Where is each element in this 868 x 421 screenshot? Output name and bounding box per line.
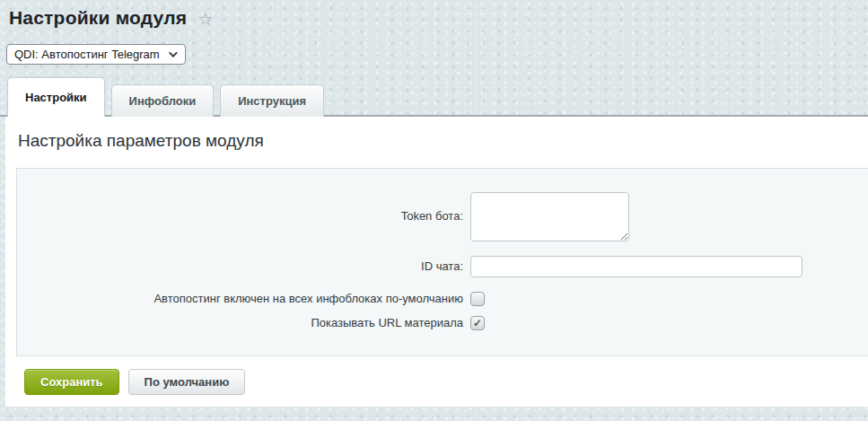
autoposting-label: Автопостинг включен на всех инфоблоках п… (17, 292, 463, 306)
default-button[interactable]: По умолчанию (128, 369, 246, 395)
section-heading: Настройка параметров модуля (5, 117, 868, 151)
form-row-autoposting: Автопостинг включен на всех инфоблоках п… (17, 292, 868, 306)
show-url-checkbox[interactable]: ✓ (470, 316, 485, 330)
chat-id-label: ID чата: (17, 259, 463, 274)
autoposting-checkbox[interactable]: ✓ (470, 292, 485, 306)
token-textarea[interactable] (470, 192, 629, 241)
page-header: Настройки модуля ☆ QDI: Автопостинг Tele… (0, 0, 868, 65)
form-row-token: Token бота: (17, 192, 868, 241)
module-select[interactable]: QDI: Автопостинг Telegram (6, 44, 186, 65)
module-select-value: QDI: Автопостинг Telegram (14, 48, 169, 61)
page-title-row: Настройки модуля ☆ (9, 7, 868, 29)
tab-settings[interactable]: Настройки (7, 77, 105, 117)
form-row-chat-id: ID чата: (17, 256, 868, 277)
token-label: Token бота: (17, 209, 463, 224)
settings-form: Token бота: ID чата: Автопостинг включен… (16, 168, 868, 356)
buttons-row: Сохранить По умолчанию (24, 369, 868, 395)
check-icon: ✓ (473, 318, 482, 329)
tab-strip: Настройки Инфоблоки Инструкция (0, 77, 868, 117)
chevron-down-icon (169, 48, 178, 57)
chat-id-input[interactable] (470, 256, 802, 277)
save-button[interactable]: Сохранить (24, 369, 119, 395)
page-title: Настройки модуля (9, 7, 187, 29)
content-panel: Настройка параметров модуля Token бота: … (5, 117, 868, 407)
tab-infoblocks[interactable]: Инфоблоки (111, 84, 215, 117)
tab-instructions[interactable]: Инструкция (220, 84, 324, 117)
form-row-show-url: Показывать URL материала ✓ (17, 316, 868, 330)
favorite-star-icon[interactable]: ☆ (197, 11, 213, 28)
show-url-label: Показывать URL материала (17, 316, 463, 330)
